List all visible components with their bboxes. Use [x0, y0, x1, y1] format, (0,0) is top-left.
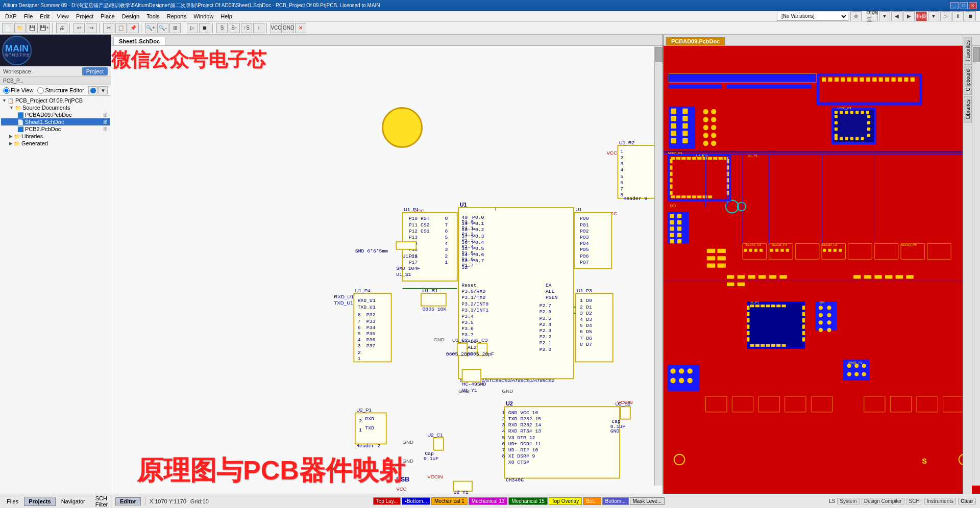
layer-mech13-btn[interactable]: Mechanical 13	[469, 497, 507, 505]
layer-bottom-2-btn[interactable]: Bottom...	[602, 497, 629, 505]
tree-libraries[interactable]: ▶ 📁 Libraries	[1, 133, 110, 140]
toolbar-right-btn2[interactable]: ▼	[879, 11, 890, 21]
status-design-compiler[interactable]: Design Compiler	[862, 498, 904, 504]
tb-paste[interactable]: 📌	[128, 23, 139, 33]
tree-pcb2[interactable]: 🟦 PCB2.PcbDoc 🖹	[1, 125, 110, 133]
pcb-vscroll[interactable]	[972, 46, 980, 486]
status-tab-editor[interactable]: Editor	[115, 497, 141, 505]
status-system[interactable]: System	[837, 498, 859, 504]
tb-sch2[interactable]: S↑	[229, 23, 240, 33]
clipboard-panel-tab[interactable]: Clipboard	[964, 66, 972, 95]
tb-print[interactable]: 🖨	[56, 23, 67, 33]
tb-stop[interactable]: ⏹	[199, 23, 210, 33]
toolbar-right-btn8[interactable]: ⏸	[952, 11, 964, 21]
minimize-btn[interactable]: _	[950, 2, 959, 9]
svg-text:4: 4	[502, 428, 505, 434]
maximize-btn[interactable]: □	[960, 2, 968, 9]
menu-design[interactable]: Design	[119, 12, 142, 20]
layer-mech1-btn[interactable]: Mechanical 1	[431, 497, 468, 505]
pcb-area[interactable]: PCBAD09.PcbDoc	[664, 35, 980, 494]
status-instruments[interactable]: Instruments	[924, 498, 956, 504]
menu-window[interactable]: Window	[190, 12, 216, 20]
status-tab-sch-filter[interactable]: SCH Filter	[91, 494, 112, 509]
status-tab-projects[interactable]: Projects	[24, 497, 55, 506]
tree-sheet1[interactable]: 📄 Sheet1.SchDoc 🖹	[1, 118, 110, 125]
variation-select[interactable]: [No Variations]	[777, 12, 848, 21]
view-btn2[interactable]: ▼	[99, 86, 108, 94]
tb-zoom-fit[interactable]: ⊞	[169, 23, 181, 33]
toolbar-right-btn7[interactable]: ▷	[940, 11, 951, 21]
toolbar-right-btn5[interactable]: 拍摄	[916, 11, 927, 21]
tree-root[interactable]: ▼ 📋 PCB_Project Of 09.PrjPCB	[1, 97, 110, 104]
svg-rect-251	[671, 138, 676, 143]
svg-rect-213	[853, 78, 857, 82]
status-tab-navigator[interactable]: Navigator	[57, 497, 90, 506]
svg-text:8: 8	[502, 453, 505, 459]
svg-rect-280	[713, 157, 717, 160]
tb-copy[interactable]: 📋	[115, 23, 127, 33]
menu-project[interactable]: Project	[73, 12, 96, 20]
sch-tab-sheet1[interactable]: Sheet1.SchDoc	[113, 37, 165, 45]
tb-zoom-in[interactable]: 🔍+	[145, 23, 156, 33]
toolbar-right-btn3[interactable]: ◀	[891, 11, 902, 21]
svg-text:D1: D1	[586, 304, 592, 310]
tb-btn-x[interactable]: ✕	[295, 23, 306, 33]
status-tab-files[interactable]: Files	[2, 497, 23, 506]
toolbar-right-btn1[interactable]: D:\淘宝...	[867, 11, 878, 21]
sch-content[interactable]: 微信公众号电子芯 VCC VCC VCC U1 U1_P1	[111, 46, 663, 494]
tree-generated[interactable]: ▶ 📁 Generated	[1, 140, 110, 147]
status-sch[interactable]: SCH	[906, 498, 922, 504]
favorites-panel-tab[interactable]: Favorites	[964, 37, 972, 65]
sch-vscroll[interactable]	[654, 46, 663, 486]
tb-redo[interactable]: ↪	[86, 23, 97, 33]
layer-bottom-btn[interactable]: ▪Bottom...	[402, 497, 430, 505]
schematic-canvas[interactable]: 微信公众号电子芯 VCC VCC VCC U1 U1_P1	[111, 46, 663, 494]
schematic-area[interactable]: Sheet1.SchDoc 微信公众号电子芯 VCC VCC VCC	[111, 35, 664, 494]
layer-top-overlay-btn[interactable]: Top Overlay	[549, 497, 582, 505]
toolbar-right-btn6[interactable]: ▼	[928, 11, 939, 21]
pcb-tab-pcbad09[interactable]: PCBAD09.PcbDoc	[666, 37, 725, 45]
tb-new[interactable]: 📄	[2, 23, 13, 33]
tb-sch3[interactable]: ↑S	[241, 23, 252, 33]
view-btn1[interactable]: 🔵	[88, 86, 97, 94]
tb-cut[interactable]: ✂	[103, 23, 114, 33]
tree-source-docs[interactable]: ▼ 📁 Source Documents	[1, 104, 110, 111]
tb-save[interactable]: 💾	[27, 23, 38, 33]
menu-tools[interactable]: Tools	[143, 12, 163, 20]
layer-top-btn[interactable]: Top Lay...	[373, 497, 401, 505]
pcb-content[interactable]: DC1 U4_BT1 LCD1_P1 U1_P1 ACCP_R1 SEC01_U…	[664, 46, 980, 494]
tb-gnd[interactable]: GND	[283, 23, 294, 33]
tb-run[interactable]: ▷	[187, 23, 198, 33]
menu-view[interactable]: View	[54, 12, 72, 20]
menu-dxp[interactable]: DXP	[2, 12, 20, 20]
svg-rect-234	[845, 137, 848, 140]
tb-sch4[interactable]: ↕	[253, 23, 264, 33]
layer-mech15-btn[interactable]: Mechanical 15	[508, 497, 547, 505]
tree-pcbad09[interactable]: 🟦 PCBAD09.PcbDoc 🖹	[1, 111, 110, 118]
tb-vcc[interactable]: VCC	[271, 23, 282, 33]
file-view-radio[interactable]: File View	[3, 87, 33, 94]
close-btn[interactable]: ✕	[969, 2, 977, 9]
tb-zoom-out[interactable]: 🔍-	[157, 23, 168, 33]
svg-rect-359	[802, 312, 805, 316]
tb-sch1[interactable]: S	[216, 23, 228, 33]
layer-bot-btn[interactable]: Bot...	[583, 497, 601, 505]
menu-help[interactable]: Help	[217, 12, 235, 20]
svg-rect-241	[835, 134, 838, 137]
menu-file[interactable]: File	[21, 12, 36, 20]
libraries-panel-tab[interactable]: Libraries	[964, 96, 972, 122]
menu-reports[interactable]: Reports	[164, 12, 190, 20]
workspace-project-btn[interactable]: Project	[82, 67, 108, 75]
menu-edit[interactable]: Edit	[37, 12, 53, 20]
toolbar-right-btn4[interactable]: ▶	[903, 11, 915, 21]
variation-config-btn[interactable]: ⚙	[850, 11, 862, 21]
clear-button[interactable]: Clear	[958, 498, 976, 504]
menu-place[interactable]: Place	[97, 12, 118, 20]
svg-text:U1: U1	[575, 207, 581, 212]
mask-level-btn[interactable]: Mask Leve...	[630, 497, 665, 505]
tb-save-all[interactable]: 💾+	[39, 23, 50, 33]
structure-editor-radio[interactable]: Structure Editor	[37, 87, 84, 94]
tb-undo[interactable]: ↩	[74, 23, 85, 33]
toolbar-right-btn9[interactable]: ⏹	[965, 11, 976, 21]
tb-open[interactable]: 📁	[14, 23, 26, 33]
